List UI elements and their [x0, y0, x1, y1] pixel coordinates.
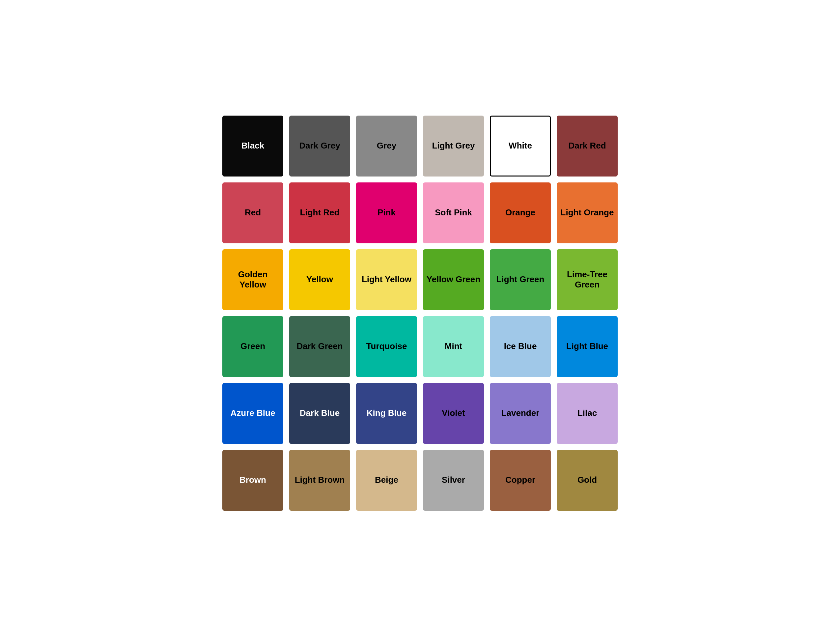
color-swatch-black[interactable]: Black	[223, 116, 283, 177]
color-label-red: Red	[245, 207, 261, 218]
color-swatch-azure-blue[interactable]: Azure Blue	[223, 383, 283, 444]
color-label-dark-red: Dark Red	[568, 141, 606, 151]
color-label-lime-tree-green: Lime-Tree Green	[560, 269, 614, 290]
color-label-lavender: Lavender	[501, 408, 539, 418]
color-label-copper: Copper	[505, 475, 535, 485]
color-swatch-light-yellow[interactable]: Light Yellow	[356, 249, 417, 310]
color-swatch-lavender[interactable]: Lavender	[490, 383, 551, 444]
color-label-light-grey: Light Grey	[432, 141, 475, 151]
color-swatch-lime-tree-green[interactable]: Lime-Tree Green	[557, 249, 617, 310]
color-swatch-pink[interactable]: Pink	[356, 182, 417, 243]
color-swatch-light-brown[interactable]: Light Brown	[289, 450, 350, 511]
color-label-light-yellow: Light Yellow	[362, 274, 411, 285]
color-swatch-green[interactable]: Green	[223, 316, 283, 377]
color-grid: BlackDark GreyGreyLight GreyWhiteDark Re…	[223, 116, 617, 511]
color-swatch-orange[interactable]: Orange	[490, 182, 551, 243]
color-label-light-blue: Light Blue	[566, 341, 608, 351]
color-swatch-silver[interactable]: Silver	[423, 450, 484, 511]
color-label-mint: Mint	[445, 341, 462, 351]
color-label-turquoise: Turquoise	[366, 341, 407, 351]
color-swatch-yellow-green[interactable]: Yellow Green	[423, 249, 484, 310]
color-swatch-grey[interactable]: Grey	[356, 116, 417, 177]
color-label-orange: Orange	[505, 207, 535, 218]
color-label-light-green: Light Green	[497, 274, 544, 285]
color-swatch-yellow[interactable]: Yellow	[289, 249, 350, 310]
color-swatch-mint[interactable]: Mint	[423, 316, 484, 377]
color-swatch-violet[interactable]: Violet	[423, 383, 484, 444]
color-swatch-lilac[interactable]: Lilac	[557, 383, 617, 444]
color-swatch-gold[interactable]: Gold	[557, 450, 617, 511]
color-label-azure-blue: Azure Blue	[230, 408, 276, 418]
color-swatch-dark-red[interactable]: Dark Red	[557, 116, 617, 177]
color-label-light-brown: Light Brown	[295, 475, 345, 485]
color-swatch-soft-pink[interactable]: Soft Pink	[423, 182, 484, 243]
color-label-brown: Brown	[240, 475, 266, 485]
color-label-golden-yellow: Golden Yellow	[226, 269, 280, 290]
color-swatch-dark-grey[interactable]: Dark Grey	[289, 116, 350, 177]
color-label-silver: Silver	[442, 475, 465, 485]
color-swatch-dark-blue[interactable]: Dark Blue	[289, 383, 350, 444]
color-label-violet: Violet	[442, 408, 465, 418]
color-swatch-light-grey[interactable]: Light Grey	[423, 116, 484, 177]
color-label-light-orange: Light Orange	[561, 207, 614, 218]
color-swatch-copper[interactable]: Copper	[490, 450, 551, 511]
color-label-king-blue: King Blue	[367, 408, 406, 418]
color-swatch-dark-green[interactable]: Dark Green	[289, 316, 350, 377]
color-label-white: White	[509, 141, 532, 151]
color-label-gold: Gold	[577, 475, 597, 485]
color-swatch-brown[interactable]: Brown	[223, 450, 283, 511]
color-label-ice-blue: Ice Blue	[504, 341, 537, 351]
color-label-yellow-green: Yellow Green	[426, 274, 480, 285]
color-swatch-beige[interactable]: Beige	[356, 450, 417, 511]
color-label-yellow: Yellow	[306, 274, 333, 285]
color-swatch-white[interactable]: White	[490, 116, 551, 177]
color-swatch-light-red[interactable]: Light Red	[289, 182, 350, 243]
color-label-green: Green	[240, 341, 265, 351]
color-swatch-king-blue[interactable]: King Blue	[356, 383, 417, 444]
color-swatch-red[interactable]: Red	[223, 182, 283, 243]
color-swatch-light-green[interactable]: Light Green	[490, 249, 551, 310]
color-label-beige: Beige	[375, 475, 398, 485]
color-label-soft-pink: Soft Pink	[435, 207, 472, 218]
color-label-light-red: Light Red	[300, 207, 340, 218]
color-swatch-turquoise[interactable]: Turquoise	[356, 316, 417, 377]
color-swatch-light-orange[interactable]: Light Orange	[557, 182, 617, 243]
color-label-dark-grey: Dark Grey	[299, 141, 340, 151]
color-label-dark-green: Dark Green	[296, 341, 343, 351]
color-label-grey: Grey	[377, 141, 396, 151]
color-label-black: Black	[241, 141, 264, 151]
color-swatch-golden-yellow[interactable]: Golden Yellow	[223, 249, 283, 310]
color-swatch-ice-blue[interactable]: Ice Blue	[490, 316, 551, 377]
color-label-dark-blue: Dark Blue	[300, 408, 340, 418]
color-label-lilac: Lilac	[577, 408, 597, 418]
color-swatch-light-blue[interactable]: Light Blue	[557, 316, 617, 377]
color-label-pink: Pink	[378, 207, 396, 218]
